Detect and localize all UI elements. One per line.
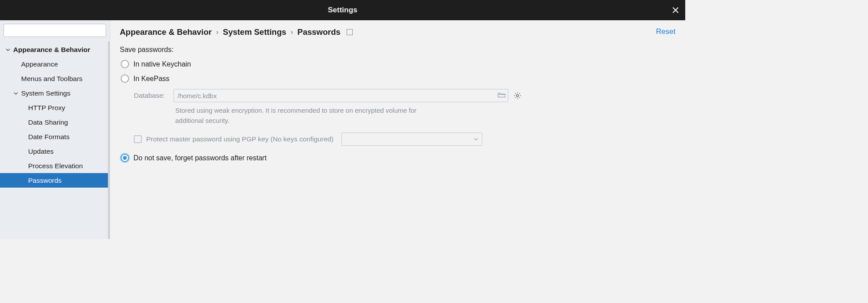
tree-item-label: Process Elevation [28,162,83,170]
tree-item-label: System Settings [21,89,70,97]
database-input [174,89,508,102]
search-input[interactable] [4,24,106,37]
window-icon [347,29,353,35]
settings-content: Appearance & Behavior › System Settings … [110,20,685,239]
tree-item-passwords[interactable]: Passwords [0,173,110,188]
tree-item-process-elevation[interactable]: Process Elevation [0,159,110,173]
checkbox-icon [134,135,142,143]
tree-item-date-formats[interactable]: Date Formats [0,129,110,144]
pgp-key-select [341,133,482,146]
breadcrumb-part[interactable]: Appearance & Behavior [120,27,212,37]
tree-item-appearance-behavior[interactable]: Appearance & Behavior [0,42,110,57]
breadcrumb-part: Passwords [297,27,340,37]
option-keepass[interactable]: In KeePass [120,74,676,83]
settings-sidebar: Appearance & BehaviorAppearanceMenus and… [0,20,110,239]
option-do-not-save[interactable]: Do not save, forget passwords after rest… [120,154,676,162]
pgp-checkbox-label: Protect master password using PGP key (N… [146,135,333,143]
chevron-down-icon [12,91,19,96]
chevron-down-icon [4,48,11,52]
chevron-right-icon: › [291,28,293,36]
settings-tree: Appearance & BehaviorAppearanceMenus and… [0,40,110,239]
tree-item-label: Date Formats [28,133,70,141]
tree-item-data-sharing[interactable]: Data Sharing [0,115,110,129]
reset-link[interactable]: Reset [656,27,676,36]
chevron-down-icon [474,138,478,140]
breadcrumb-part[interactable]: System Settings [223,27,286,37]
section-label: Save passwords: [120,46,676,54]
encryption-hint: Stored using weak encryption. It is reco… [175,106,440,126]
close-button[interactable] [671,6,680,15]
breadcrumb: Appearance & Behavior › System Settings … [120,27,676,37]
chevron-right-icon: › [216,28,218,36]
tree-item-label: Passwords [28,177,62,185]
radio-label: Do not save, forget passwords after rest… [133,154,266,162]
gear-icon [513,92,521,100]
folder-icon [498,92,506,100]
tree-item-label: Updates [28,148,54,155]
option-native-keychain[interactable]: In native Keychain [120,60,676,68]
pgp-checkbox-row: Protect master password using PGP key (N… [134,133,676,146]
tree-item-label: Data Sharing [28,118,68,126]
radio-label: In KeePass [133,75,170,83]
tree-item-updates[interactable]: Updates [0,144,110,159]
radio-icon [121,154,129,162]
radio-label: In native Keychain [133,60,191,68]
titlebar: Settings [0,0,685,20]
window-title: Settings [328,6,357,15]
tree-item-http-proxy[interactable]: HTTP Proxy [0,100,110,115]
radio-icon [121,60,129,68]
tree-item-label: Appearance [21,60,58,68]
tree-item-appearance[interactable]: Appearance [0,57,110,71]
radio-icon [121,74,129,83]
tree-item-label: Appearance & Behavior [13,46,90,54]
settings-gear-button[interactable] [513,91,522,100]
database-label: Database: [134,92,169,100]
tree-item-system-settings[interactable]: System Settings [0,86,110,100]
close-icon [672,7,679,13]
tree-item-label: Menus and Toolbars [21,75,82,83]
tree-item-label: HTTP Proxy [28,104,65,112]
tree-item-menus-and-toolbars[interactable]: Menus and Toolbars [0,71,110,86]
svg-point-2 [517,95,519,97]
